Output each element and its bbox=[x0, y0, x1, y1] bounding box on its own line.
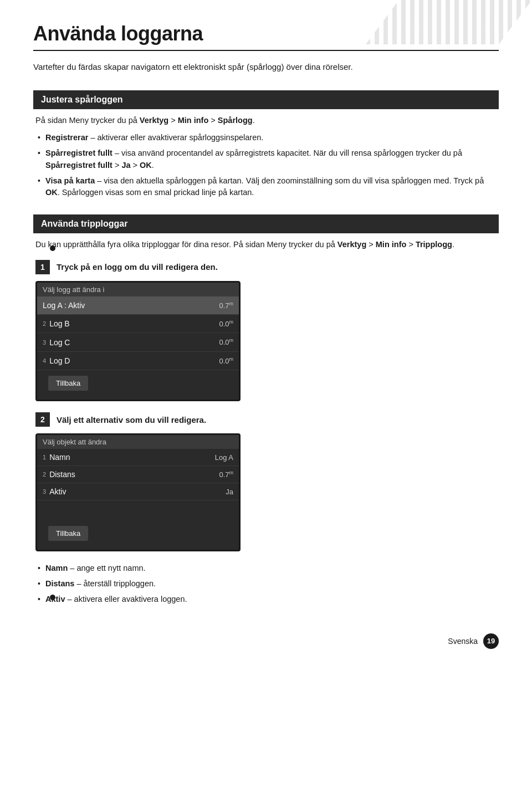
adjust-bullet-list: Registrerar – aktiverar eller avaktivera… bbox=[35, 132, 497, 199]
obj-namn-index: 1 bbox=[43, 454, 46, 461]
trip-desc-bold3: Tripplogg bbox=[416, 240, 452, 249]
desc-sep1: > bbox=[168, 116, 178, 125]
obj-namn-value: Log A bbox=[215, 453, 233, 462]
log-b-index: 2 bbox=[43, 320, 46, 327]
bottom-bullet-3: Aktiv – aktivera eller avaktivera loggen… bbox=[35, 594, 497, 606]
section-adjust-spårloggen: Justera spårloggen På sidan Meny trycker… bbox=[33, 90, 499, 200]
step-2-label: 2 Välj ett alternativ som du vill redige… bbox=[35, 412, 497, 427]
obj-aktiv-wrap: 3 Aktiv bbox=[43, 487, 66, 496]
obj-distans-value: 0.7m bbox=[219, 470, 233, 479]
section-trip-body: Du kan upprätthålla fyra olika tripplogg… bbox=[33, 239, 499, 606]
section-tripploggar: Använda tripploggar Du kan upprätthålla … bbox=[33, 214, 499, 606]
log-c-index: 3 bbox=[43, 339, 46, 346]
page-header: Använda loggarna Vartefter du färdas ska… bbox=[33, 22, 499, 74]
bullet2-end: . bbox=[152, 161, 154, 170]
screen-1-rows: Log A : Aktiv 0.7m 2 Log B 0.0m bbox=[37, 296, 239, 400]
log-c-value: 0.0m bbox=[219, 337, 233, 346]
obj-row-distans[interactable]: 2 Distans 0.7m bbox=[37, 466, 239, 483]
log-b-value: 0.0m bbox=[219, 319, 233, 328]
screen-1-back-btn[interactable]: Tillbaka bbox=[48, 376, 88, 391]
step-1-number: 1 bbox=[35, 260, 50, 274]
bullet2-bold2: Spårregistret fullt bbox=[45, 161, 112, 170]
screen-row-log-a[interactable]: Log A : Aktiv 0.7m bbox=[37, 296, 239, 315]
trip-desc-end: . bbox=[452, 240, 454, 249]
bullet2-sep2: > bbox=[131, 161, 140, 170]
bottom-b3-text: – aktivera eller avaktivera loggen. bbox=[68, 595, 187, 603]
bullet2-bold4: OK bbox=[140, 161, 152, 170]
step-1-screen: Välj logg att ändra i Log A : Aktiv 0.7m bbox=[35, 281, 241, 401]
bullet2-sep: > bbox=[112, 161, 122, 170]
screen-row-log-d[interactable]: 4 Log D 0.0m bbox=[37, 352, 239, 370]
step-1-text: Tryck på en logg om du vill redigera den… bbox=[57, 262, 218, 272]
trip-desc-bold2: Min info bbox=[376, 240, 407, 249]
section-trip-description: Du kan upprätthålla fyra olika tripplogg… bbox=[35, 239, 497, 251]
bottom-bullet-2: Distans – återställ tripploggen. bbox=[35, 578, 497, 590]
bullet3-bold: Visa på karta bbox=[45, 176, 95, 185]
step-2-block: 2 Välj ett alternativ som du vill redige… bbox=[35, 412, 497, 551]
bottom-bullets: Namn – ange ett nytt namn. Distans – åte… bbox=[35, 562, 497, 605]
screen-1-back-area: Tillbaka bbox=[37, 370, 239, 400]
log-a-label: Log A : Aktiv bbox=[43, 301, 85, 310]
bullet3-bold2: OK bbox=[45, 188, 58, 197]
desc-bold3: Spårlogg bbox=[218, 116, 253, 125]
trip-desc-sep2: > bbox=[406, 240, 416, 249]
bottom-bullet-1: Namn – ange ett nytt namn. bbox=[35, 562, 497, 575]
bottom-b1-text: – ange ett nytt namn. bbox=[70, 564, 145, 572]
screen-2-back-area: Tillbaka bbox=[37, 520, 239, 550]
trip-desc-sep1: > bbox=[366, 240, 376, 249]
bottom-b2-bold: Distans bbox=[45, 579, 74, 588]
obj-distans-index: 2 bbox=[43, 471, 46, 478]
margin-dot-2 bbox=[50, 595, 55, 600]
step-2-number: 2 bbox=[35, 412, 50, 427]
screen-2-back-btn[interactable]: Tillbaka bbox=[48, 526, 88, 541]
step-1-label: 1 Tryck på en logg om du vill redigera d… bbox=[35, 260, 497, 274]
desc-sep2: > bbox=[208, 116, 218, 125]
page-title: Använda loggarna bbox=[33, 22, 499, 45]
bottom-bullet-list: Namn – ange ett nytt namn. Distans – åte… bbox=[35, 562, 497, 605]
obj-namn-wrap: 1 Namn bbox=[43, 453, 70, 462]
row-d-wrap: 4 Log D bbox=[43, 356, 70, 365]
obj-empty-row bbox=[37, 500, 239, 520]
row-label-wrap: Log A : Aktiv bbox=[43, 301, 85, 310]
row-c-wrap: 3 Log C bbox=[43, 338, 70, 347]
screen-row-log-c[interactable]: 3 Log C 0.0m bbox=[37, 333, 239, 351]
section-adjust-heading: Justera spårloggen bbox=[33, 90, 499, 109]
obj-row-namn[interactable]: 1 Namn Log A bbox=[37, 449, 239, 466]
screen-2-title: Välj objekt att ändra bbox=[37, 435, 239, 449]
adjust-bullet-2: Spårregistret fullt – visa använd procen… bbox=[35, 147, 497, 172]
bottom-b3-bold: Aktiv bbox=[45, 595, 65, 603]
trip-desc-bold1: Verktyg bbox=[337, 240, 366, 249]
bullet1-bold: Registrerar bbox=[45, 133, 88, 142]
log-a-value: 0.7m bbox=[219, 301, 233, 310]
title-divider bbox=[33, 50, 499, 51]
bullet1-text: – aktiverar eller avaktiverar spårloggsi… bbox=[90, 133, 263, 142]
obj-aktiv-value: Ja bbox=[226, 488, 233, 496]
obj-aktiv-index: 3 bbox=[43, 488, 46, 495]
log-d-index: 4 bbox=[43, 357, 46, 364]
log-b-label: Log B bbox=[49, 319, 70, 328]
adjust-bullet-1: Registrerar – aktiverar eller avaktivera… bbox=[35, 132, 497, 144]
desc-end: . bbox=[253, 116, 255, 125]
obj-aktiv-label: Aktiv bbox=[49, 487, 66, 496]
bullet3-text2: . Spårloggen visas som en smal prickad l… bbox=[58, 188, 254, 197]
obj-row-aktiv[interactable]: 3 Aktiv Ja bbox=[37, 483, 239, 500]
footer-language: Svenska bbox=[448, 637, 478, 646]
page-footer: Svenska 19 bbox=[448, 633, 499, 649]
obj-distans-label: Distans bbox=[49, 470, 75, 479]
section-trip-heading: Använda tripploggar bbox=[33, 214, 499, 233]
step-2-screen: Välj objekt att ändra 1 Namn Log A bbox=[35, 433, 241, 551]
log-d-value: 0.0m bbox=[219, 356, 233, 365]
screen-2-rows: 1 Namn Log A 2 Distans 0.7m bbox=[37, 449, 239, 550]
section-adjust-body: På sidan Meny trycker du på Verktyg > Mi… bbox=[33, 115, 499, 200]
step-2-text: Välj ett alternativ som du vill redigera… bbox=[57, 415, 206, 424]
bullet2-text: – visa använd procentandel av spårregist… bbox=[115, 149, 462, 157]
step-1-block: 1 Tryck på en logg om du vill redigera d… bbox=[35, 260, 497, 401]
log-c-label: Log C bbox=[49, 338, 70, 347]
bullet2-bold: Spårregistret fullt bbox=[45, 149, 112, 157]
desc-bold2: Min info bbox=[178, 116, 209, 125]
bullet3-text: – visa den aktuella spårloggen på kartan… bbox=[97, 176, 484, 185]
screen-row-log-b[interactable]: 2 Log B 0.0m bbox=[37, 315, 239, 333]
desc-bold1: Verktyg bbox=[140, 116, 168, 125]
screen-1-title: Välj logg att ändra i bbox=[37, 283, 239, 296]
log-d-label: Log D bbox=[49, 356, 70, 365]
